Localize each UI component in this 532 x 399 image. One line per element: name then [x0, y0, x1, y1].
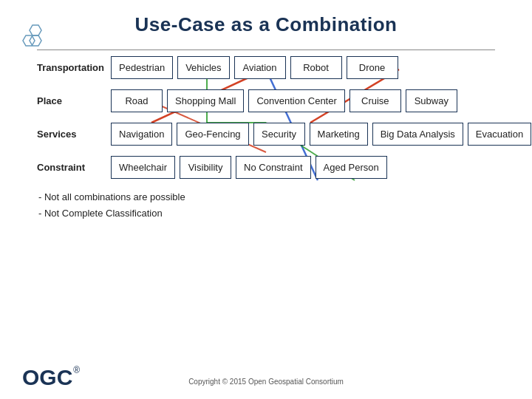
row-constraint: Constraint Wheelchair Visibility No Cons… [37, 156, 510, 179]
cell-cruise: Cruise [349, 89, 401, 112]
cell-robot: Robot [290, 56, 342, 79]
label-services: Services [37, 129, 111, 140]
svg-marker-2 [30, 35, 41, 46]
items-services: Navigation Geo-Fencing Security Marketin… [111, 123, 531, 146]
copyright-text: Copyright © 2015 Open Geospatial Consort… [188, 378, 344, 386]
cell-pedestrian: Pedestrian [111, 56, 173, 79]
cell-shopping-mall: Shopping Mall [167, 89, 244, 112]
separator [37, 50, 495, 50]
row-place: Place Road Shopping Mall Convention Cent… [37, 89, 510, 112]
cell-aviation: Aviation [234, 56, 286, 79]
cell-navigation: Navigation [111, 123, 172, 146]
cell-road: Road [111, 89, 163, 112]
cell-marketing: Marketing [310, 123, 368, 146]
cell-convention-center: Convention Center [248, 89, 344, 112]
cell-aged-person: Aged Person [316, 156, 387, 179]
cell-drone: Drone [347, 56, 398, 79]
row-services: Services Navigation Geo-Fencing Security… [37, 123, 510, 146]
page-container: Use-Case as a Combination Transportation… [0, 0, 532, 399]
items-place: Road Shopping Mall Convention Center Cru… [111, 89, 457, 112]
label-constraint: Constraint [37, 162, 111, 173]
cell-vehicles: Vehicles [177, 56, 229, 79]
cell-no-constraint: No Constraint [236, 156, 310, 179]
svg-marker-1 [23, 35, 35, 46]
cell-evacuation: Evacuation [468, 123, 531, 146]
items-transportation: Pedestrian Vehicles Aviation Robot Drone [111, 56, 398, 79]
items-constraint: Wheelchair Visibility No Constraint Aged… [111, 156, 387, 179]
ogc-text: OGC [22, 365, 72, 390]
svg-marker-0 [30, 25, 41, 35]
label-place: Place [37, 95, 111, 106]
row-transportation: Transportation Pedestrian Vehicles Aviat… [37, 56, 510, 79]
page-title: Use-Case as a Combination [22, 13, 510, 36]
cell-wheelchair: Wheelchair [111, 156, 175, 179]
registered-symbol: ® [73, 365, 80, 375]
ogc-brand: OGC® [22, 365, 80, 390]
grid-area: Transportation Pedestrian Vehicles Aviat… [37, 56, 510, 179]
note-1: Not all combinations are possible [38, 189, 510, 205]
cell-subway: Subway [406, 89, 457, 112]
cell-geo-fencing: Geo-Fencing [177, 123, 248, 146]
note-2: Not Complete Classification [38, 205, 510, 222]
hex-logo [22, 22, 53, 56]
cell-security: Security [253, 123, 305, 146]
cell-visibility: Visibility [180, 156, 231, 179]
footer-notes: Not all combinations are possible Not Co… [38, 189, 510, 222]
cell-big-data-analysis: Big Data Analysis [372, 123, 463, 146]
label-transportation: Transportation [37, 62, 111, 73]
